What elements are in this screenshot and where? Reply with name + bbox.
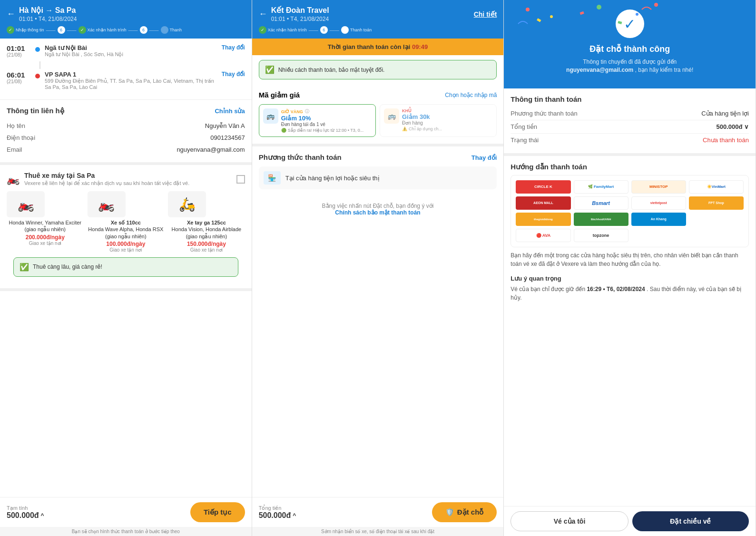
discount-icon-2: 🚌 (384, 108, 399, 124)
bike-name-3: Xe tay ga 125cc Honda Vision, Honda Airb… (168, 219, 245, 240)
contact-email-row: Email nguyenvana@gmail.com (7, 144, 245, 156)
important-note-section: Lưu ý quan trọng Vé của bạn chỉ được giữ… (504, 275, 756, 309)
discount-note-2: ⚠️ Chỉ áp dụng ch... (402, 127, 492, 131)
arrival-date: (21/08) (7, 79, 30, 84)
book-return-button[interactable]: Đặt chiều về (632, 511, 749, 531)
bike-rental-checkbox[interactable] (236, 175, 245, 184)
payment-method-value-p3: Cửa hàng tiện lợi (701, 110, 749, 117)
payment-method-row-p3: Phương thức thanh toán Cửa hàng tiện lợi (511, 107, 749, 120)
discount-card-2[interactable]: 🚌 KHỦ Giảm 30k Đơn hàng ⚠️ Chỉ áp dụng c… (380, 104, 497, 137)
contact-edit-button[interactable]: Chỉnh sửa (215, 107, 245, 115)
arrival-change-button[interactable]: Thay đổi (222, 71, 245, 78)
payment-header: Phương thức thanh toán Thay đổi (259, 153, 497, 162)
promo-icon: ✅ (20, 263, 29, 272)
payment-info-section: Thông tin thanh toán Phương thức thanh t… (504, 88, 756, 156)
store-ministop: MINISTOP (631, 180, 686, 194)
step-label-1: Nhập thông tin (16, 28, 44, 32)
bike-rental-info: Thuê xe máy tại Sa Pa Vexere sẽ liên hệ … (24, 172, 189, 186)
bike-card-3[interactable]: 🛵 Xe tay ga 125cc Honda Vision, Honda Ai… (168, 191, 245, 253)
p2-step-label-3: Thanh toán (350, 28, 372, 32)
svg-rect-6 (580, 11, 584, 15)
stores-section: Hướng dẫn thanh toán CIRCLE K 🌿 FamilyMa… (504, 156, 756, 275)
success-title: Đặt chỗ thành công (511, 44, 749, 54)
success-desc-prefix: Thông tin chuyến đi đã được gửi đến (583, 58, 677, 65)
payment-change-button[interactable]: Thay đổi (471, 154, 497, 161)
payment-method-icon: 🏪 (264, 171, 281, 185)
discount-note-1: 🟢 Sắp diễn ra! Hiệu lực từ 12:00 • T3, 0… (281, 128, 372, 133)
panel-3: ✓ Đặt chỗ thành công Thông tin chuyến đi… (504, 0, 756, 536)
payment-section: Phương thức thanh toán Thay đổi 🏪 Tại cử… (252, 146, 504, 196)
policy-link[interactable]: Chính sách bảo mật thanh toán (335, 209, 420, 216)
departure-row: 01:01 (21/08) Ngã tư Nội Bài Ngã tư Nội … (7, 44, 245, 58)
bike-card-2[interactable]: 🏍️ Xe số 110cc Honda Wave Alpha, Honda R… (88, 191, 165, 253)
payment-method-row: 🏪 Tại cửa hàng tiện lợi hoặc siêu thị (259, 166, 497, 189)
contact-phone-label: Điện thoại (7, 134, 35, 141)
discount-link[interactable]: Chọn hoặc nhập mã (445, 92, 497, 98)
panel2-total-label: Tổng tiền (259, 505, 296, 511)
panel2-chi-tiet-link[interactable]: Chi tiết (474, 10, 497, 18)
departure-date: (21/08) (7, 52, 30, 58)
arrival-info: VP SAPA 1 599 Đường Điện Biên Phủ, TT. S… (45, 71, 222, 90)
panel2-title: Kết Đoàn Travel (271, 6, 329, 15)
my-tickets-button[interactable]: Vé của tôi (511, 511, 628, 531)
p2-step-circle-1: ✓ (259, 26, 266, 34)
route-card: 01:01 (21/08) Ngã tư Nội Bài Ngã tư Nội … (0, 39, 252, 100)
departure-addr: Ngã tư Nội Bài , Sóc Sơn, Hà Nội (45, 51, 222, 58)
panel1-bottom-note: Bạn sẽ chọn hình thức thanh toán ở bước … (0, 527, 252, 536)
discount-pct-1: Giảm 10% (281, 115, 372, 122)
store-topzone: topzone (574, 229, 628, 242)
panel1-header: ← Hà Nội → Sa Pa 01:01 • T4, 21/08/2024 … (0, 0, 252, 39)
departure-change-button[interactable]: Thay đổi (222, 44, 245, 51)
bike-delivery-3: Giao xe tận nơi (168, 247, 245, 253)
important-note-title: Lưu ý quan trọng (511, 275, 749, 282)
discount-info-1: GIỜ VÀNG ⓘ Giảm 10% Đơn hàng tối đa 1 vé… (281, 108, 372, 133)
security-banner: ✅ Nhiều cách thanh toán, bảo mật tuyệt đ… (259, 60, 497, 79)
panel1-content: 01:01 (21/08) Ngã tư Nội Bài Ngã tư Nội … (0, 39, 252, 497)
arrival-name: VP SAPA 1 (45, 71, 222, 78)
store-ankhang: An Khang (631, 213, 686, 226)
bike-card-1[interactable]: 🏍️ Honda Winner, Yamaha Exciter (giao ng… (7, 191, 84, 253)
bike-price-2: 100.000đ/ngày (88, 241, 165, 247)
panel1-continue-button[interactable]: Tiếp tục (190, 502, 245, 522)
payment-method-label-p3: Phương thức thanh toán (511, 110, 577, 117)
bike-rental-desc: Vexere sẽ liên hệ lại để xác nhận dịch v… (24, 180, 189, 186)
panel2-book-button[interactable]: 🛡️ Đặt chỗ (432, 502, 497, 522)
empty-2 (631, 229, 686, 242)
panel2-total-chevron[interactable]: ^ (293, 512, 296, 519)
panel1-back-button[interactable]: ← (7, 9, 15, 19)
discount-info-2: KHỦ Giảm 30k Đơn hàng ⚠️ Chỉ áp dụng ch.… (402, 108, 492, 133)
store-circlek: CIRCLE K (516, 180, 570, 194)
bike-delivery-1: Giao xe tận nơi (7, 241, 84, 246)
success-header: ✓ Đặt chỗ thành công Thông tin chuyến đi… (504, 0, 756, 88)
empty-3 (689, 229, 744, 242)
important-deadline: 16:29 • T6, 02/08/2024 (587, 286, 645, 292)
step-label-5: Thanh (170, 28, 182, 32)
store-ava: 🔴 AVA (516, 229, 570, 242)
panel-1: ← Hà Nội → Sa Pa 01:01 • T4, 21/08/2024 … (0, 0, 252, 536)
p2-step-label-1: Xác nhận hành trình (268, 28, 307, 32)
departure-time: 01:01 (7, 44, 30, 52)
store-viettelpost: viettelpost (631, 196, 686, 210)
security-icon: ✅ (265, 65, 275, 74)
success-desc-suffix: , bạn hãy kiểm tra nhé! (635, 67, 694, 73)
panel-2: ← Kết Đoàn Travel 01:01 • T4, 21/08/2024… (252, 0, 504, 536)
bike-rental-header: 🏍️ Thuê xe máy tại Sa Pa Vexere sẽ liên … (7, 172, 245, 186)
payment-method-text: Tại cửa hàng tiện lợi hoặc siêu thị (285, 175, 380, 182)
discount-card-1[interactable]: 🚌 GIỜ VÀNG ⓘ Giảm 10% Đơn hàng tối đa 1 … (259, 104, 376, 137)
store-bsmart: Bsmart (574, 196, 628, 210)
panel1-total-chevron[interactable]: ^ (41, 512, 44, 519)
panel1-bottom-bar: Tạm tính 500.000đ ^ Tiếp tục (0, 497, 252, 527)
panel1-total-label: Tạm tính (7, 505, 44, 511)
panel1-subtitle: 01:01 • T4, 21/08/2024 (19, 16, 77, 22)
discount-title: Mã giảm giá (259, 91, 300, 99)
policy-prefix: Bằng việc nhấn nút Đặt chỗ, bạn đồng ý v… (322, 203, 434, 209)
discount-max-1: Đơn hàng tối đa 1 vé (281, 122, 372, 127)
panel2-back-button[interactable]: ← (259, 9, 267, 19)
discount-pct-2: Giảm 30k (402, 113, 492, 120)
bike-img-1: 🏍️ (7, 191, 45, 217)
departure-info: Ngã tư Nội Bài Ngã tư Nội Bài , Sóc Sơn,… (45, 44, 222, 58)
panel3-bottom-buttons: Vé của tôi Đặt chiều về (504, 506, 756, 536)
status-value-p3: Chưa thanh toán (703, 136, 749, 144)
step-circle-5 (161, 26, 168, 34)
total-value-p3[interactable]: 500.000đ ∨ (716, 123, 749, 130)
